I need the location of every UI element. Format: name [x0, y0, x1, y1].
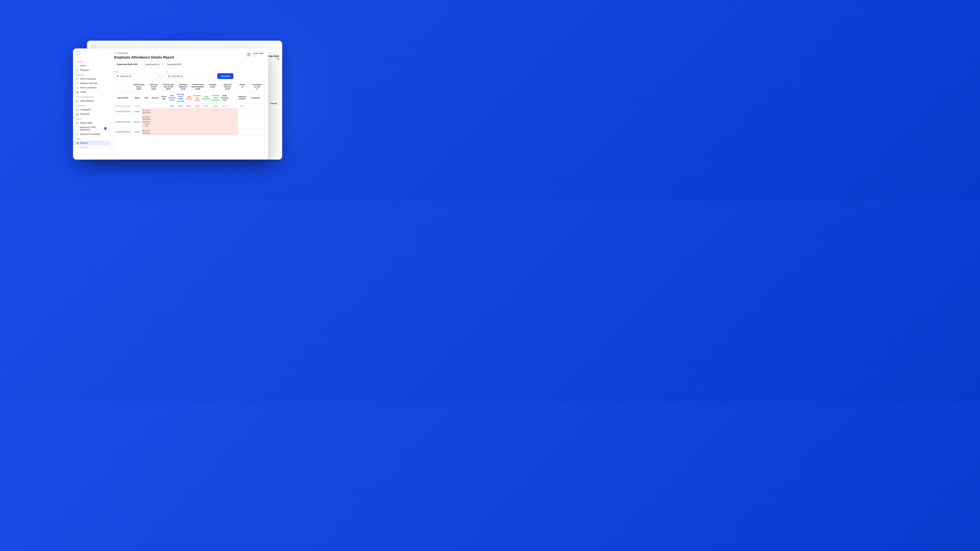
cell-ewt: 00:00 [220, 104, 229, 108]
cell-check-out: - [159, 129, 168, 135]
cell-shift: 08:10 AM - 05:00 PM [142, 129, 151, 135]
to-value: 2023-08-31 [172, 75, 183, 78]
cell-ao: - [229, 129, 238, 135]
nav-home[interactable]: ⌂Home [73, 64, 110, 68]
nav-assets[interactable]: ▣Assets [73, 90, 110, 94]
nav-requests[interactable]: ☰Requests [73, 68, 110, 72]
nav-label: View Employees [80, 78, 96, 80]
bg-user-name: Orwa Salm [266, 55, 279, 57]
nav-attendance[interactable]: ▤Attendance [73, 108, 110, 112]
nav-scheduler[interactable]: ▦Scheduler [73, 112, 110, 116]
summary-tela: Total Excused Late Arrival00:00 [161, 82, 176, 92]
nav-vacation-settlement[interactable]: ◌Vacation & Final Settlement11 [73, 125, 110, 132]
nav-settings[interactable]: ⚙Settings [73, 145, 110, 149]
circle-icon: ◌ [76, 127, 78, 130]
user-text: Orwa Salm 56 [253, 52, 264, 57]
cell-eed: 00:00 [211, 104, 220, 108]
cell-ela: - [193, 115, 202, 128]
summary-aot: Approved Overtime00:00 [220, 82, 235, 92]
sidebar: General ⌂Home ☰Requests Employee ⛯View E… [73, 48, 110, 160]
summary-incomplete: Incomplete records0 [250, 82, 264, 92]
table-icon: ▤ [76, 122, 78, 124]
col-excused-early-departure: Excused early departure [211, 92, 220, 103]
cell-check-in: - [151, 104, 159, 108]
col-total-working-hours: Total working hours [168, 92, 176, 103]
nav-view-employees[interactable]: ⛯View Employees [73, 76, 110, 81]
cell-eed: - [211, 115, 220, 128]
bg-user-block: Orwa Salm 56 [266, 55, 279, 60]
summary-teed: Total Excused Early Departure00:00 [191, 82, 205, 92]
people-icon: ⛯ [76, 86, 78, 89]
attendance-table: Total Working Hours00:00 Total Late Arri… [113, 82, 265, 160]
nav-section-general: General [73, 59, 110, 64]
col-extra-working-time: Extra Working Time [220, 92, 229, 103]
cell-twh: - [168, 108, 176, 115]
chevron-down-icon: ▾ [159, 75, 160, 78]
cell-ewt: - [220, 115, 229, 128]
bg-column-peek: nments [270, 102, 277, 105]
cell-ewt: - [220, 129, 229, 135]
to-date-input[interactable]: 🗓 2023-08-31 ▾ [166, 74, 214, 79]
nav-label: Attendance [80, 108, 91, 111]
nav-label: Scheduler [80, 113, 90, 115]
cell-day: Monday 03/07/2023 [113, 115, 132, 128]
nav-label: Assets [80, 91, 86, 93]
cell-la: - [185, 108, 193, 115]
cell-ed: - [202, 115, 211, 128]
to-label: To [166, 71, 214, 73]
cell-comments [247, 115, 264, 128]
from-field: From 🗓 2023-07-01 ▾ [115, 71, 162, 79]
col-excused-late-arrival: Excused late arrival [193, 92, 202, 103]
col-blank [229, 92, 238, 103]
download-bulk-pdf-button[interactable]: Download Bulk PDF [114, 62, 141, 67]
nav-label: Reports [80, 142, 88, 144]
people-icon: ⛯ [76, 82, 78, 84]
user-name: Orwa Salm [253, 52, 264, 55]
generate-button[interactable]: Generate [217, 73, 234, 79]
download-pdf-button[interactable]: Download PDF [164, 62, 185, 67]
from-date-input[interactable]: 🗓 2023-07-01 ▾ [115, 74, 162, 79]
cell-approved-overtime: 00:00 [238, 104, 247, 108]
cell-approved-overtime [238, 108, 247, 115]
chevron-down-icon: ▾ [211, 75, 212, 78]
nav-label: Payment Processing [80, 133, 100, 135]
cell-ao: - [229, 115, 238, 128]
cell-check-out: - [159, 108, 168, 115]
nav-reports[interactable]: ◔Reports [73, 141, 110, 145]
nav-payment-processing[interactable]: $Payment Processing [73, 132, 110, 137]
cell-check-out: - [159, 104, 168, 108]
actions-row: Download Bulk PDF Download XLS Download … [110, 59, 268, 70]
nav-section-misc: MISC [73, 137, 110, 141]
col-early-departure: Early departure [202, 92, 211, 103]
svg-rect-0 [92, 45, 95, 48]
download-xls-button[interactable]: Download XLS [143, 62, 163, 67]
nav-label: Hired Candidates [80, 86, 97, 89]
requests-icon: ☰ [76, 69, 78, 71]
building-icon [73, 51, 110, 59]
app-window: General ⌂Home ☰Requests Employee ⛯View E… [73, 48, 268, 160]
cell-ed: 00:00 [202, 104, 211, 108]
cell-shift: 08:10 AM - 05:00 PM [142, 108, 151, 115]
summary-ot: Overtime00:00 [205, 82, 220, 92]
col-status: Status [132, 92, 142, 103]
page-title: Employee Attendance Details Report [114, 55, 174, 59]
summary-absent: Absent23 [235, 82, 250, 92]
cell-status: Absent [132, 108, 142, 115]
all-reports-link[interactable]: << All Reports [114, 52, 174, 54]
user-block[interactable]: Orwa Salm 56 [246, 52, 264, 57]
nav-leave-balance[interactable]: ◐Leave Balance [73, 98, 110, 103]
nav-section-attendance: Attendance [73, 103, 110, 108]
cell-ed: - [202, 108, 211, 115]
table-row: Sunday 02/07/2023 Absent 08:10 AM - 05:0… [113, 108, 264, 115]
cell-whi: - [176, 115, 185, 128]
nav-payroll-table[interactable]: ▤Payroll Table [73, 121, 110, 125]
nav-muqeem[interactable]: ⛯Muqeem Services [73, 81, 110, 86]
nav-label: Leave Balance [80, 100, 95, 102]
from-label: From [115, 71, 162, 73]
nav-label: Payroll Table [80, 122, 92, 124]
col-late-arrival: Late arrival [185, 92, 193, 103]
cell-shift: 08:10 AM - 05:00 PM08:00 PM - 09:00 PM [142, 115, 151, 128]
avatar-icon [246, 52, 251, 57]
nav-hired-candidates[interactable]: ⛯Hired Candidates [73, 86, 110, 90]
nav-label: Home [80, 64, 86, 67]
